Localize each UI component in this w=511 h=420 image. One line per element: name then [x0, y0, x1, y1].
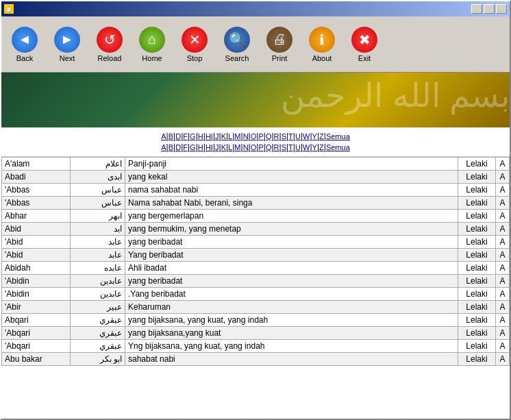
cell-meaning: Panji-panji: [125, 158, 458, 171]
cell-letter: A: [496, 288, 510, 301]
cell-gender: Lelaki: [458, 314, 496, 327]
female-link-K[interactable]: K: [221, 143, 226, 151]
female-link-F[interactable]: F: [183, 143, 188, 151]
next-button[interactable]: ► Next: [47, 19, 88, 70]
female-link-S[interactable]: S: [282, 143, 286, 151]
male-link-N[interactable]: N: [243, 132, 249, 140]
female-link-HI[interactable]: HI: [205, 143, 213, 151]
app-icon: 📋: [4, 4, 14, 14]
names-table: A'alam اعلام Panji-panji Lelaki A Abadi …: [1, 157, 510, 366]
title-bar: 📋: [1, 1, 510, 16]
cell-arabic: ابد: [71, 223, 125, 236]
cell-letter: A: [496, 262, 510, 275]
male-link-P[interactable]: P: [258, 132, 263, 140]
male-link-O[interactable]: O: [251, 132, 257, 140]
cell-latin: Abqari: [2, 314, 71, 327]
table-row: Abadi ابدى yang kekal Lelaki A: [2, 171, 510, 184]
female-link-W[interactable]: W: [303, 143, 310, 151]
female-link-P[interactable]: P: [258, 143, 263, 151]
male-link-T[interactable]: T: [288, 132, 293, 140]
cell-letter: A: [496, 184, 510, 197]
male-link-Z[interactable]: Z: [319, 132, 324, 140]
female-link-T[interactable]: T: [288, 143, 293, 151]
next-label: Next: [60, 54, 75, 62]
male-link-Y[interactable]: Y: [312, 132, 317, 140]
cell-letter: A: [496, 158, 510, 171]
male-link-Q[interactable]: Q: [266, 132, 272, 140]
cell-gender: Lelaki: [458, 288, 496, 301]
male-link-D[interactable]: D: [175, 132, 181, 140]
print-label: Print: [272, 54, 288, 62]
female-link-R[interactable]: R: [274, 143, 279, 151]
table-row: 'Abbas عباس Nama sahabat Nabi, berani, s…: [2, 197, 510, 210]
cell-meaning: yang beribadat: [125, 275, 458, 288]
cell-arabic: عابد: [71, 249, 125, 262]
male-link-R[interactable]: R: [274, 132, 279, 140]
female-link-A[interactable]: A: [161, 143, 166, 151]
male-link-A[interactable]: A: [161, 132, 166, 140]
exit-label: Exit: [358, 54, 371, 62]
cell-meaning: yang beribadat: [125, 236, 458, 249]
back-button[interactable]: ◄ Back: [4, 19, 45, 70]
home-button[interactable]: ⌂ Home: [132, 19, 173, 70]
male-link-HI[interactable]: HI: [205, 132, 213, 140]
female-link-J[interactable]: J: [215, 143, 219, 151]
male-link-G[interactable]: G: [190, 132, 196, 140]
male-link-U[interactable]: U: [295, 132, 301, 140]
cell-arabic: ابدى: [71, 171, 125, 184]
maximize-button[interactable]: [484, 4, 495, 14]
cell-arabic: ابو بكر: [71, 353, 125, 366]
reload-button[interactable]: ↺ Reload: [89, 19, 130, 70]
table-row: A'alam اعلام Panji-panji Lelaki A: [2, 158, 510, 171]
print-button[interactable]: 🖨 Print: [259, 19, 300, 70]
female-nav-row: A|B|D|F|G|H|HI|J|K|L|M|N|O|P|Q|R|S|T|U|W…: [7, 143, 504, 152]
minimize-button[interactable]: [471, 4, 482, 14]
cell-meaning: yang bermukim, yang menetap: [125, 223, 458, 236]
data-table-container[interactable]: A'alam اعلام Panji-panji Lelaki A Abadi …: [1, 157, 510, 419]
cell-meaning: .Yang beribadat: [125, 288, 458, 301]
cell-gender: Lelaki: [458, 158, 496, 171]
female-link-U[interactable]: U: [295, 143, 301, 151]
home-label: Home: [142, 54, 162, 62]
table-row: 'Abid عابد yang beribadat Lelaki A: [2, 236, 510, 249]
cell-gender: Lelaki: [458, 223, 496, 236]
male-link-F[interactable]: F: [183, 132, 188, 140]
male-link-M[interactable]: M: [234, 132, 240, 140]
close-button[interactable]: [496, 4, 507, 14]
male-link-W[interactable]: W: [303, 132, 310, 140]
male-link-K[interactable]: K: [221, 132, 226, 140]
male-link-J[interactable]: J: [215, 132, 219, 140]
cell-arabic: ابهر: [71, 210, 125, 223]
search-button[interactable]: 🔍 Search: [216, 19, 258, 70]
female-link-O[interactable]: O: [251, 143, 257, 151]
male-link-H[interactable]: H: [198, 132, 203, 140]
table-row: Abu bakar ابو بكر sahabat nabi Lelaki A: [2, 353, 510, 366]
female-link-Q[interactable]: Q: [266, 143, 272, 151]
female-link-H[interactable]: H: [198, 143, 203, 151]
male-link-L[interactable]: L: [228, 132, 232, 140]
female-link-B[interactable]: B: [169, 143, 173, 151]
search-icon: 🔍: [224, 27, 250, 53]
male-link-S[interactable]: S: [282, 132, 286, 140]
exit-button[interactable]: ✖ Exit: [344, 19, 385, 70]
female-link-N[interactable]: N: [243, 143, 249, 151]
navigation-section: A|B|D|F|G|H|HI|J|K|L|M|N|O|P|Q|R|S|T|U|W…: [1, 127, 510, 157]
about-button[interactable]: ℹ About: [301, 19, 342, 70]
female-link-L[interactable]: L: [228, 143, 232, 151]
female-link-Z[interactable]: Z: [319, 143, 324, 151]
cell-meaning: yang kekal: [125, 171, 458, 184]
cell-meaning: yang bijaksana,yang kuat: [125, 327, 458, 340]
search-label: Search: [225, 54, 249, 62]
female-link-D[interactable]: D: [175, 143, 181, 151]
cell-latin: 'Abir: [2, 301, 71, 314]
cell-latin: Abadi: [2, 171, 71, 184]
female-link-semua[interactable]: Semua: [326, 143, 350, 151]
table-row: Abid ابد yang bermukim, yang menetap Lel…: [2, 223, 510, 236]
male-link-semua[interactable]: Semua: [326, 132, 350, 140]
stop-button[interactable]: ✕ Stop: [174, 19, 215, 70]
female-link-G[interactable]: G: [190, 143, 196, 151]
male-link-B[interactable]: B: [169, 132, 173, 140]
female-link-Y[interactable]: Y: [312, 143, 317, 151]
cell-latin: Abu bakar: [2, 353, 71, 366]
female-link-M[interactable]: M: [234, 143, 240, 151]
